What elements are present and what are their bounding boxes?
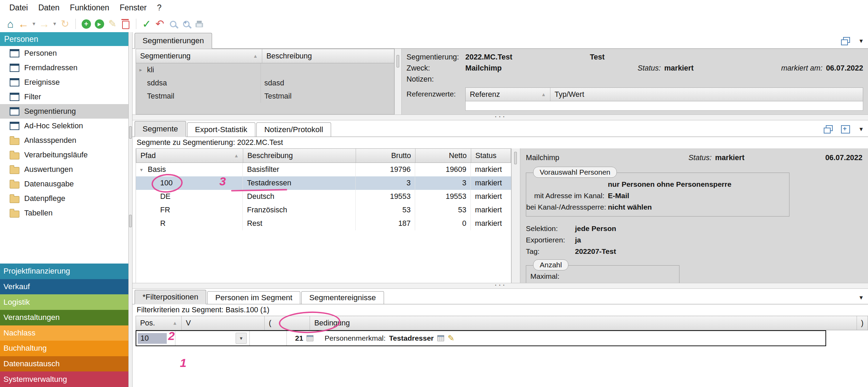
segment-details: Mailchimp Status: markiert 06.07.2022 Vo… (520, 148, 868, 283)
tab-segmente[interactable]: Segmente (135, 121, 186, 137)
sidebar-item-ereignisse[interactable]: Ereignisse (0, 75, 128, 90)
search-icon[interactable] (167, 17, 179, 31)
menu-daten[interactable]: Daten (33, 3, 65, 12)
table-icon[interactable] (437, 335, 444, 341)
menu-fenster[interactable]: Fenster (115, 3, 152, 12)
toolbar: ⌂ ← ▾ → ▾ ↻ + ▸ ✎ ✓ ↶ (0, 16, 868, 32)
pos-cell[interactable]: 10 (136, 331, 175, 345)
horizontal-splitter[interactable]: ··· (133, 114, 868, 120)
column-header-v[interactable]: V (182, 316, 265, 330)
vorauswahl-group-label[interactable]: Vorauswahl Personen (533, 167, 617, 178)
sidebar-item-personen[interactable]: Personen (0, 46, 128, 61)
add-icon[interactable]: + (80, 17, 92, 31)
new-window-icon[interactable] (841, 125, 850, 133)
sidebar-item-tabellen[interactable]: Tabellen (0, 206, 128, 220)
print-icon[interactable] (193, 17, 205, 31)
pos-value-selected[interactable]: 10 (138, 333, 167, 344)
edit-condition-icon[interactable]: ✎ (448, 333, 455, 343)
sidebar-item-fremdadressen[interactable]: Fremdadressen (0, 61, 128, 75)
tab-filterpositionen[interactable]: *Filterpositionen (135, 290, 206, 304)
module-projektfinanzierung[interactable]: Projektfinanzierung (0, 264, 128, 279)
zoom-icon[interactable] (180, 17, 192, 31)
segment-row-100-selected[interactable]: 100 Testadressen 3 3 markiert (136, 176, 511, 190)
column-header-bedingung[interactable]: Bedingung (310, 316, 857, 330)
panel-menu-icon[interactable]: ▼ (858, 126, 864, 132)
segment-row-basis[interactable]: ▾Basis Basisfilter 19796 19609 markiert (136, 163, 511, 176)
column-header-pfad[interactable]: Pfad▲ (136, 149, 243, 163)
tab-personen-im-segment[interactable]: Personen im Segment (207, 291, 300, 304)
column-header-close-paren[interactable]: ) (857, 316, 868, 330)
verknuepfung-cell[interactable]: ▾ (175, 331, 250, 345)
segment-details-splitter[interactable] (511, 148, 520, 283)
module-veranstaltungen[interactable]: Veranstaltungen (0, 310, 128, 325)
restore-window-icon[interactable] (824, 125, 833, 133)
edit-icon[interactable]: ✎ (106, 17, 119, 31)
column-header-brutto[interactable]: Brutto (356, 149, 415, 163)
back-icon[interactable]: ← (17, 17, 30, 31)
refresh-icon[interactable]: ↻ (59, 17, 71, 31)
sidebar-item-segmentierung[interactable]: Segmentierung (0, 104, 128, 119)
segmentierung-row[interactable]: Testmail Testmail (136, 90, 394, 103)
sidebar-item-verarbeitungslaeufe[interactable]: Verarbeitungsläufe (0, 148, 128, 162)
tab-notizen-protokoll[interactable]: Notizen/Protokoll (256, 122, 331, 137)
collapse-icon[interactable]: ▾ (140, 167, 148, 173)
module-systemverwaltung[interactable]: Systemverwaltung (0, 371, 128, 387)
column-header-referenz[interactable]: Referenz ▲ (466, 88, 550, 101)
horizontal-splitter[interactable]: ··· (133, 283, 868, 289)
sidebar-item-filter[interactable]: Filter (0, 90, 128, 104)
home-icon[interactable]: ⌂ (4, 17, 17, 31)
segment-row-fr[interactable]: FR Französisch 53 53 markiert (136, 203, 511, 217)
column-header-typ-wert[interactable]: Typ/Wert (550, 88, 863, 101)
module-verkauf[interactable]: Verkauf (0, 279, 128, 295)
segmentierung-row[interactable]: ▸kli (136, 63, 394, 76)
sidebar-splitter[interactable] (128, 32, 133, 387)
duplicate-icon[interactable]: ▸ (93, 17, 106, 31)
tab-segmentierungen[interactable]: Segmentierungen (135, 33, 212, 49)
column-header-pos[interactable]: Pos.▲ (136, 316, 182, 330)
segmentierung-row[interactable]: sddsa sdasd (136, 76, 394, 90)
bedingung-cell[interactable]: 21 Personenmerkmal: Testadresser ✎ (287, 331, 825, 345)
undo-icon[interactable]: ↶ (154, 17, 166, 31)
filter-row-editing[interactable]: 10 ▾ 21 Personenmerkmal: Testadresser ✎ (136, 330, 826, 346)
panel-menu-icon[interactable]: ▼ (858, 295, 864, 301)
sidebar-header-personen[interactable]: Personen (0, 32, 128, 46)
sort-asc-icon: ▲ (248, 53, 258, 59)
sidebar: Personen Personen Fremdadressen Ereignis… (0, 32, 128, 387)
sidebar-item-anlassspenden[interactable]: Anlassspenden (0, 133, 128, 148)
tab-export-statistik[interactable]: Export-Statistik (187, 122, 255, 137)
column-header-netto[interactable]: Netto (415, 149, 471, 163)
notizen-label: Notizen: (406, 75, 465, 84)
restore-window-icon[interactable] (841, 37, 850, 45)
column-header-open-paren[interactable]: ( (265, 316, 310, 330)
sidebar-item-auswertungen[interactable]: Auswertungen (0, 162, 128, 177)
open-paren-cell[interactable] (250, 331, 287, 345)
delete-icon[interactable] (119, 17, 132, 31)
apply-icon[interactable]: ✓ (140, 17, 153, 31)
anzahl-group-label[interactable]: Anzahl (533, 259, 568, 270)
module-logistik[interactable]: Logistik (0, 294, 128, 310)
module-buchhaltung[interactable]: Buchhaltung (0, 341, 128, 356)
panel-menu-icon[interactable]: ▼ (858, 38, 864, 44)
expand-icon[interactable]: ▸ (139, 67, 147, 73)
sidebar-item-adhoc-selektion[interactable]: Ad-Hoc Selektion (0, 119, 128, 133)
column-header-beschreibung[interactable]: Beschreibung (243, 149, 356, 163)
menu-datei[interactable]: Datei (4, 3, 33, 12)
segment-row-r[interactable]: R Rest 187 0 markiert (136, 217, 511, 230)
segment-row-de[interactable]: DE Deutsch 19553 19553 markiert (136, 190, 511, 203)
forward-dropdown-icon[interactable]: ▾ (51, 17, 58, 31)
module-datenaustausch[interactable]: Datenaustausch (0, 356, 128, 372)
dropdown-button[interactable]: ▾ (236, 333, 247, 344)
sidebar-item-datenausgabe[interactable]: Datenausgabe (0, 177, 128, 191)
module-nachlass[interactable]: Nachlass (0, 325, 128, 341)
sidebar-item-datenpflege[interactable]: Datenpflege (0, 191, 128, 206)
details-splitter[interactable] (394, 49, 402, 114)
column-header-beschreibung[interactable]: Beschreibung (262, 49, 394, 63)
column-header-status[interactable]: Status (471, 149, 511, 163)
menu-funktionen[interactable]: Funktionen (65, 3, 115, 12)
column-header-segmentierung[interactable]: Segmentierung ▲ (136, 49, 262, 63)
tab-segmentereignisse[interactable]: Segmentereignisse (301, 291, 384, 304)
forward-icon[interactable]: → (38, 17, 51, 31)
menu-help[interactable]: ? (152, 3, 167, 12)
table-icon[interactable] (307, 335, 313, 341)
back-dropdown-icon[interactable]: ▾ (30, 17, 37, 31)
